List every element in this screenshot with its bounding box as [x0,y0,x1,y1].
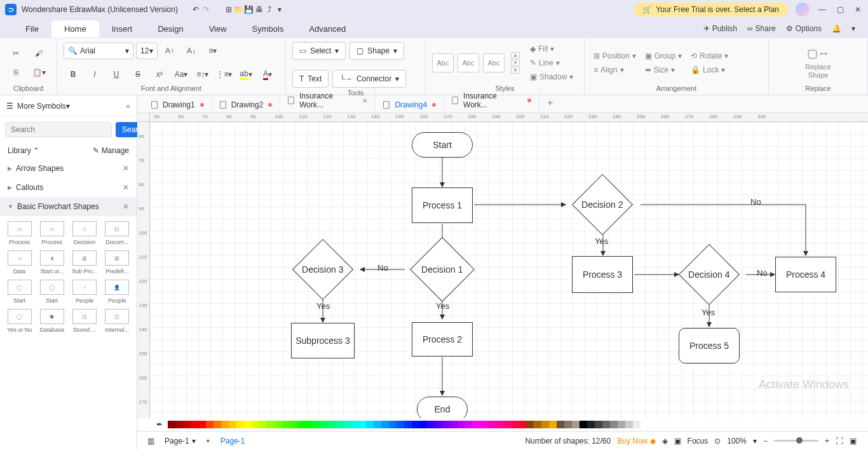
color-swatch[interactable] [214,421,221,428]
color-swatch[interactable] [557,421,564,428]
shadow-button[interactable]: ▣ Shadow▾ [527,71,576,83]
user-avatar[interactable] [796,3,810,17]
bold-icon[interactable]: B [64,66,83,83]
node-process4[interactable]: Process 4 [775,257,836,292]
buy-now-link[interactable]: Buy Now ◆ [617,437,655,445]
node-process1[interactable]: Process 1 [412,187,473,223]
color-swatch[interactable] [275,421,282,428]
color-swatch[interactable] [480,421,488,428]
align-text-icon[interactable]: ≡▾ [203,43,222,59]
style-gallery-scroll[interactable]: ▴▾▾ [511,52,520,74]
undo-icon[interactable]: ↶ [191,4,201,15]
line-button[interactable]: ✎ Line▾ [527,57,576,69]
node-process2[interactable]: Process 2 [412,322,473,357]
fill-button[interactable]: ◆ Fill▾ [527,43,576,55]
case-icon[interactable]: Aa▾ [172,66,191,83]
layers-icon[interactable]: ◈ [662,437,668,445]
position-button[interactable]: ⊞ Position▾ [591,50,639,62]
share-button[interactable]: ∞ Share [747,24,776,33]
cut-icon[interactable]: ✂ [6,45,25,62]
color-swatch[interactable] [580,421,587,428]
fit-page-icon[interactable]: ⛶ [836,437,843,445]
shape-yes or no[interactable]: ◯Yes or No [4,308,35,334]
color-swatch[interactable] [572,421,580,428]
library-label[interactable]: Library ⌃ [8,146,39,155]
color-swatch[interactable] [435,421,442,428]
node-start[interactable]: Start [412,132,473,158]
color-swatch[interactable] [397,421,404,428]
menu-file[interactable]: File [13,20,51,37]
color-swatch[interactable] [198,421,206,428]
bullets-icon[interactable]: ⋮≡▾ [215,66,234,83]
doc-tab[interactable]: Drawing2 [212,97,281,112]
shape-process[interactable]: ▭Process [36,220,67,247]
select-tool[interactable]: ▭ Select ▾ [292,42,346,60]
node-process3[interactable]: Process 3 [572,256,633,293]
color-swatch[interactable] [541,421,549,428]
color-swatch[interactable] [450,421,458,428]
highlight-icon[interactable]: ab▾ [236,66,255,83]
color-swatch[interactable] [358,421,366,428]
color-swatch[interactable] [366,421,374,428]
color-swatch[interactable] [519,421,526,428]
save-icon[interactable]: 💾 [244,4,254,15]
shape-sub pro...[interactable]: ▥Sub Pro... [69,249,100,276]
color-swatch[interactable] [587,421,595,428]
shape-start or...[interactable]: ◖Start or... [36,249,67,276]
menu-insert[interactable]: Insert [99,20,146,37]
shape-process[interactable]: ▭Process [4,220,35,247]
close-window-icon[interactable]: ✕ [853,4,863,15]
color-swatch[interactable] [320,421,328,428]
italic-icon[interactable]: I [85,66,104,83]
format-painter-icon[interactable]: 🖌 [29,45,48,62]
paste-icon[interactable]: 📋▾ [29,64,48,81]
symbol-search-input[interactable] [5,122,112,137]
color-swatch[interactable] [412,421,419,428]
fullscreen-icon[interactable]: ▣ [850,437,857,445]
color-swatch[interactable] [336,421,343,428]
category-callouts[interactable]: ▶Callouts✕ [0,178,137,197]
color-swatch[interactable] [442,421,450,428]
trial-banner[interactable]: 🛒Your Free Trial is over. Select a Plan [634,3,788,17]
zoom-level[interactable]: 100% [727,437,747,445]
category-arrow-shapes[interactable]: ▶Arrow Shapes✕ [0,159,137,178]
style-preset-2[interactable]: Abc [458,53,479,72]
replace-shape-icon[interactable]: ▢↔ [807,46,829,60]
color-swatch[interactable] [595,421,602,428]
manage-button[interactable]: ✎ Manage [93,146,129,155]
node-decision1[interactable]: Decision 1 [410,237,475,302]
size-button[interactable]: ⬌ Size▾ [642,64,684,76]
color-swatch[interactable] [534,421,541,428]
lock-button[interactable]: 🔒 Lock▾ [688,64,731,76]
menu-home[interactable]: Home [51,20,99,37]
node-decision3[interactable]: Decision 3 [292,239,353,300]
shape-people[interactable]: ♀People [69,278,100,305]
color-swatch[interactable] [602,421,610,428]
shape-docum...[interactable]: ◰Docum... [102,220,133,247]
doc-tab[interactable]: Drawing1 [144,97,212,112]
page-tab-active[interactable]: Page-1 [215,437,250,445]
category-basic-flowchart[interactable]: ▼Basic Flowchart Shapes✕ [0,197,137,216]
maximize-icon[interactable]: ▢ [835,4,845,15]
node-decision4[interactable]: Decision 4 [679,244,740,305]
color-swatch[interactable] [206,421,214,428]
color-swatch[interactable] [221,421,229,428]
color-swatch[interactable] [503,421,511,428]
color-swatch[interactable] [374,421,381,428]
color-swatch[interactable] [313,421,320,428]
node-end[interactable]: End [417,397,468,418]
color-swatch[interactable] [496,421,503,428]
color-swatch[interactable] [633,421,641,428]
color-swatch[interactable] [511,421,519,428]
color-swatch[interactable] [610,421,618,428]
menu-design[interactable]: Design [145,20,196,37]
copy-icon[interactable]: ⎘ [6,64,25,81]
canvas[interactable]: Start Process 1 Decision 1 Decision 2 De… [150,122,868,418]
more-symbols-label[interactable]: More Symbols [17,102,66,111]
shape-database[interactable]: ⬢Database [36,308,67,334]
color-swatch[interactable] [625,421,633,428]
zoom-slider[interactable] [774,440,818,442]
color-swatch[interactable] [549,421,557,428]
color-swatch[interactable] [488,421,496,428]
menu-view[interactable]: View [196,20,240,37]
